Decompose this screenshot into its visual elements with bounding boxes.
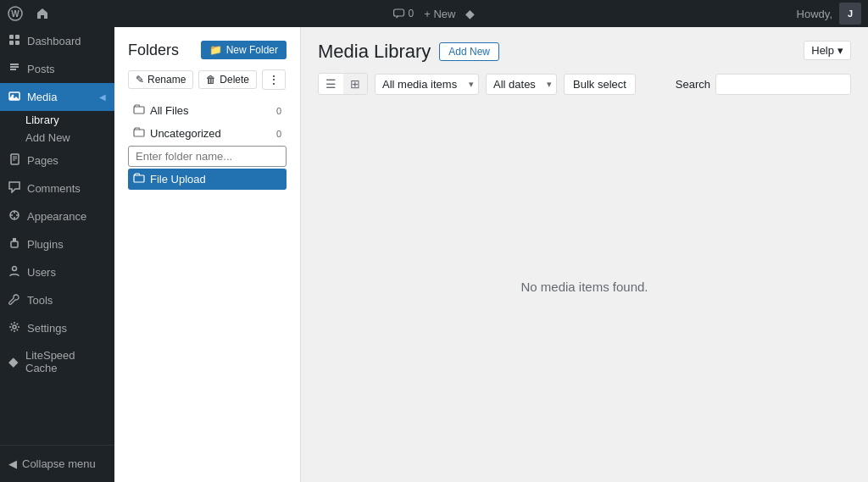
admin-bar-right: Howdy, J <box>797 3 861 25</box>
sidebar-item-users[interactable]: Users <box>0 258 114 286</box>
folder-item-file-upload[interactable]: File Upload <box>128 169 287 190</box>
media-toolbar: ☰ ⊞ All media items All dates <box>318 73 851 95</box>
folders-title: Folders <box>128 42 179 59</box>
new-folder-icon: 📁 <box>209 44 222 56</box>
grid-view-button[interactable]: ⊞ <box>343 74 367 94</box>
sidebar-item-pages[interactable]: Pages <box>0 147 114 175</box>
dashboard-icon <box>8 34 20 48</box>
howdy-text: Howdy, <box>797 8 832 20</box>
svg-rect-5 <box>9 41 14 45</box>
pages-icon <box>8 153 20 168</box>
all-files-icon <box>133 104 145 117</box>
svg-rect-6 <box>15 41 19 45</box>
svg-rect-15 <box>134 107 144 114</box>
appearance-icon <box>8 209 20 224</box>
svg-rect-12 <box>11 241 18 247</box>
sidebar-item-posts[interactable]: Posts <box>0 55 114 83</box>
collapse-menu-button[interactable]: ◀ Collapse menu <box>0 452 114 475</box>
main-layout: Dashboard Posts Media ◀ Library Add New … <box>0 27 868 482</box>
new-button[interactable]: + New <box>424 8 455 20</box>
svg-rect-2 <box>394 9 404 16</box>
sidebar-item-label: LiteSpeed Cache <box>25 349 106 374</box>
posts-icon <box>8 62 20 76</box>
svg-text:W: W <box>11 9 19 19</box>
sidebar-item-appearance[interactable]: Appearance <box>0 202 114 230</box>
comments-icon <box>8 181 20 196</box>
sidebar-item-label: Plugins <box>27 238 64 251</box>
folders-panel: Folders 📁 New Folder ✎ Rename 🗑 Delete ⋮ <box>114 27 301 482</box>
folder-item-all-files[interactable]: All Files 0 <box>128 100 287 121</box>
folder-item-uncategorized[interactable]: Uncategorized 0 <box>128 123 287 144</box>
settings-icon <box>8 321 20 335</box>
help-button[interactable]: Help ▾ <box>804 41 851 60</box>
sidebar-item-dashboard[interactable]: Dashboard <box>0 27 114 55</box>
search-area: Search <box>676 74 851 95</box>
uncategorized-icon <box>133 127 145 140</box>
sidebar-item-label: Posts <box>27 63 55 75</box>
folders-header: Folders 📁 New Folder <box>128 41 287 59</box>
sidebar: Dashboard Posts Media ◀ Library Add New … <box>0 27 114 482</box>
view-toggle: ☰ ⊞ <box>318 73 368 95</box>
users-icon <box>8 265 20 280</box>
empty-message: No media items found. <box>520 280 648 294</box>
sidebar-item-tools[interactable]: Tools <box>0 286 114 314</box>
grid-view-icon: ⊞ <box>350 77 360 91</box>
admin-bar-center: 0 + New ◆ <box>393 7 476 20</box>
search-input[interactable] <box>715 74 851 95</box>
file-upload-icon <box>133 173 145 186</box>
sidebar-item-media[interactable]: Media ◀ <box>0 83 114 111</box>
collapse-icon: ◀ <box>8 457 17 470</box>
plugins-icon <box>8 237 20 252</box>
sidebar-bottom: ◀ Collapse menu <box>0 445 114 482</box>
sidebar-item-label: Settings <box>27 322 67 335</box>
sidebar-sub-library[interactable]: Library <box>0 111 114 129</box>
media-header: Media Library Add New <box>318 41 499 63</box>
search-label: Search <box>676 78 710 91</box>
content-area: Folders 📁 New Folder ✎ Rename 🗑 Delete ⋮ <box>114 27 868 482</box>
litespeed-icon: ◆ <box>8 354 19 369</box>
home-icon[interactable] <box>34 5 51 22</box>
media-arrow-icon: ◀ <box>99 92 106 102</box>
media-library-title: Media Library <box>318 41 431 63</box>
more-options-button[interactable]: ⋮ <box>262 69 286 90</box>
media-icon <box>8 90 20 104</box>
all-files-count: 0 <box>276 106 281 116</box>
media-panel: Media Library Add New Help ▾ ☰ ⊞ <box>301 27 868 482</box>
all-media-filter[interactable]: All media items <box>375 74 479 95</box>
admin-bar-left: W <box>7 5 51 22</box>
wp-logo-icon[interactable]: W <box>7 5 24 22</box>
svg-rect-18 <box>135 176 143 181</box>
sidebar-item-label: Media <box>27 91 57 103</box>
sidebar-item-label: Dashboard <box>27 35 81 47</box>
rename-button[interactable]: ✎ Rename <box>128 70 193 89</box>
comment-count[interactable]: 0 <box>393 8 415 19</box>
admin-bar: W 0 + New ◆ Howdy, J <box>0 0 868 27</box>
svg-rect-9 <box>11 154 19 164</box>
list-view-button[interactable]: ☰ <box>319 74 343 94</box>
svg-rect-16 <box>134 130 144 136</box>
diamond-icon[interactable]: ◆ <box>465 7 475 20</box>
add-new-button[interactable]: Add New <box>439 42 499 61</box>
sidebar-sub-add-new[interactable]: Add New <box>0 129 114 147</box>
rename-icon: ✎ <box>136 74 144 86</box>
uncategorized-count: 0 <box>276 129 281 139</box>
delete-button[interactable]: 🗑 Delete <box>198 70 257 89</box>
help-dropdown-icon: ▾ <box>837 44 843 57</box>
list-view-icon: ☰ <box>326 77 337 91</box>
bulk-select-button[interactable]: Bulk select <box>564 74 636 95</box>
sidebar-item-plugins[interactable]: Plugins <box>0 230 114 258</box>
folder-name-input[interactable] <box>128 146 287 167</box>
sidebar-item-settings[interactable]: Settings <box>0 314 114 342</box>
sidebar-item-label: Tools <box>27 294 53 307</box>
delete-icon: 🗑 <box>206 74 216 86</box>
new-folder-button[interactable]: 📁 New Folder <box>201 41 287 59</box>
sidebar-item-label: Users <box>27 266 56 279</box>
sidebar-item-comments[interactable]: Comments <box>0 175 114 202</box>
svg-rect-3 <box>9 35 14 39</box>
all-media-filter-wrapper: All media items <box>375 74 479 95</box>
folder-list: All Files 0 Uncategorized 0 <box>128 100 287 190</box>
all-dates-filter[interactable]: All dates <box>486 74 557 95</box>
tools-icon <box>8 293 20 307</box>
sidebar-item-litespeed[interactable]: ◆ LiteSpeed Cache <box>0 342 114 381</box>
all-dates-filter-wrapper: All dates <box>486 74 557 95</box>
